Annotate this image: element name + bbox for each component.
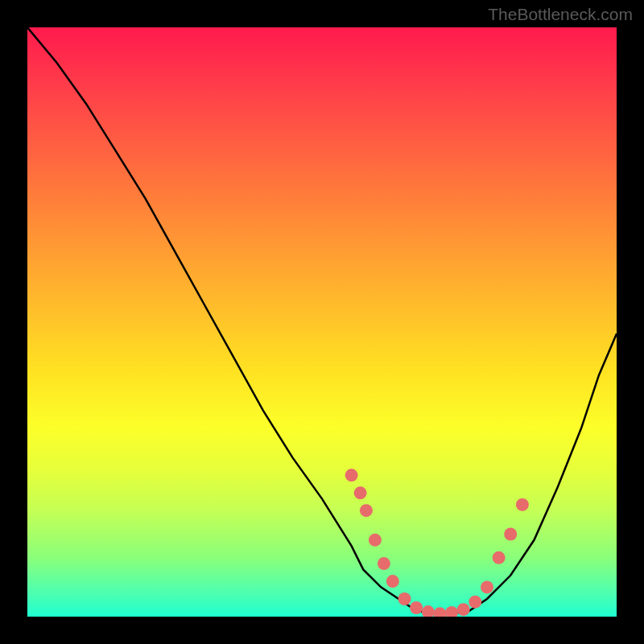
marker-point <box>386 575 399 588</box>
data-markers <box>345 469 529 617</box>
chart-container: TheBottleneck.com <box>0 0 644 644</box>
plot-area <box>27 27 617 617</box>
marker-point <box>493 551 506 564</box>
marker-point <box>445 606 458 617</box>
marker-point <box>369 534 382 547</box>
marker-point <box>469 596 481 609</box>
watermark-text: TheBottleneck.com <box>488 5 633 24</box>
marker-point <box>457 603 470 616</box>
marker-point <box>360 504 373 517</box>
marker-point <box>410 601 423 614</box>
marker-point <box>422 605 435 617</box>
chart-svg <box>27 27 617 617</box>
marker-point <box>516 498 529 511</box>
marker-point <box>481 580 493 593</box>
curve-line <box>27 27 617 613</box>
marker-point <box>345 469 358 481</box>
marker-point <box>354 486 367 499</box>
marker-point <box>504 528 517 541</box>
marker-point <box>398 592 411 605</box>
main-curve <box>27 27 617 613</box>
marker-point <box>378 557 390 570</box>
marker-point <box>433 607 446 617</box>
